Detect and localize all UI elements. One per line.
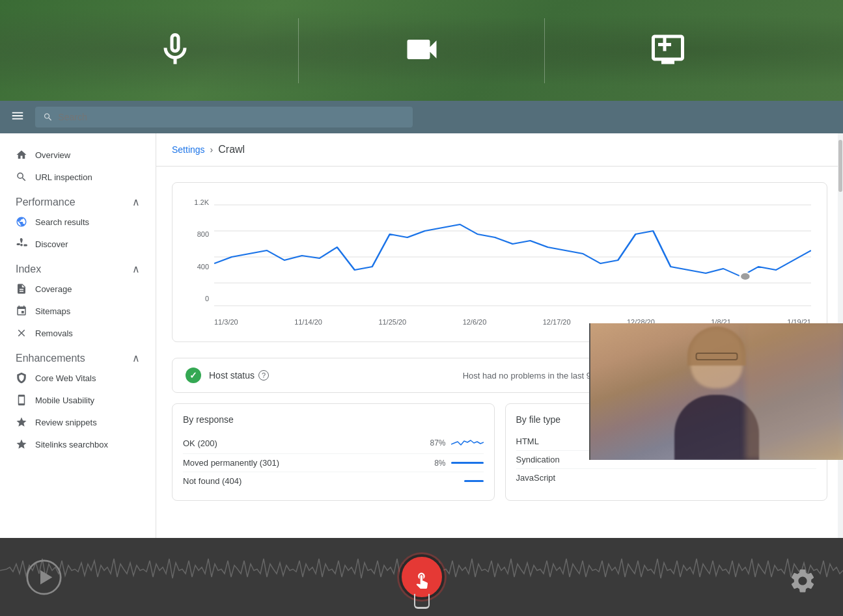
camera-icon — [402, 30, 441, 72]
screen-section[interactable] — [545, 30, 791, 72]
panel-row-javascript: JavaScript — [516, 469, 817, 487]
sparkline-ok — [451, 436, 484, 449]
breadcrumb-current: Crawl — [218, 144, 245, 155]
sidebar-label-overview: Overview — [35, 150, 70, 160]
host-status-help[interactable]: ? — [258, 370, 269, 381]
chart-area — [214, 198, 811, 315]
section-enhancements: Enhancements ∧ — [0, 344, 156, 367]
top-toolbar — [0, 0, 843, 101]
sidebar-item-discover[interactable]: Discover — [0, 233, 156, 255]
bar-404 — [464, 480, 484, 482]
camera-section[interactable] — [299, 30, 545, 72]
app-logo — [26, 559, 62, 598]
sidebar-item-sitelinks-searchbox[interactable]: Sitelinks searchbox — [0, 433, 156, 455]
sidebar-item-overview[interactable]: Overview — [0, 144, 156, 166]
breadcrumb-parent[interactable]: Settings — [172, 144, 205, 155]
host-status-label: Host status ? — [209, 370, 269, 381]
status-check-icon — [186, 368, 201, 383]
mic-icon — [156, 30, 195, 72]
panel-row-ok: OK (200) 87% — [183, 433, 484, 454]
sidebar-item-url-inspection[interactable]: URL inspection — [0, 166, 156, 188]
sidebar-label-removals: Removals — [35, 328, 73, 338]
sidebar-label-sitemaps: Sitemaps — [35, 306, 70, 316]
screen-add-icon — [648, 30, 687, 72]
mic-section[interactable] — [52, 30, 298, 72]
sidebar-item-search-results[interactable]: Search results — [0, 211, 156, 233]
record-button[interactable] — [399, 554, 445, 600]
nav-bar — [0, 101, 843, 133]
section-performance: Performance ∧ — [0, 188, 156, 211]
search-bar[interactable] — [35, 107, 413, 127]
svg-point-5 — [740, 273, 751, 280]
sidebar-item-removals[interactable]: Removals — [0, 322, 156, 344]
sidebar-label-url-inspection: URL inspection — [35, 172, 92, 182]
sidebar-label-coverage: Coverage — [35, 284, 72, 294]
section-index: Index ∧ — [0, 255, 156, 278]
crawl-chart: 1.2K 800 400 0 — [172, 182, 827, 342]
search-input[interactable] — [58, 112, 405, 122]
by-response-title: By response — [183, 414, 484, 425]
video-stream — [590, 323, 843, 460]
sidebar-label-sitelinks-searchbox: Sitelinks searchbox — [35, 440, 108, 449]
panel-row-404: Not found (404) — [183, 472, 484, 490]
play-logo-icon — [26, 559, 62, 598]
video-overlay — [589, 323, 843, 460]
panel-row-301: Moved permanently (301) 8% — [183, 454, 484, 472]
svg-marker-7 — [40, 570, 52, 585]
bar-301 — [451, 462, 484, 464]
sidebar-label-mobile-usability: Mobile Usability — [35, 395, 94, 405]
settings-gear[interactable] — [788, 567, 817, 598]
content-panel: Settings › Crawl 1.2K 800 400 0 — [156, 133, 843, 538]
chart-y-labels: 1.2K 800 400 0 — [188, 198, 214, 302]
sidebar-item-review-snippets[interactable]: Review snippets — [0, 411, 156, 433]
sidebar-item-mobile-usability[interactable]: Mobile Usability — [0, 389, 156, 411]
sidebar: Overview URL inspection Performance ∧ Se… — [0, 133, 156, 538]
sidebar-item-sitemaps[interactable]: Sitemaps — [0, 300, 156, 322]
sidebar-label-search-results: Search results — [35, 217, 89, 227]
bottom-bar — [0, 538, 843, 616]
by-response-panel: By response OK (200) 87% Moved permanent… — [172, 403, 495, 501]
sidebar-label-review-snippets: Review snippets — [35, 418, 97, 427]
sidebar-label-discover: Discover — [35, 239, 68, 249]
hamburger-menu[interactable] — [10, 109, 25, 126]
breadcrumb-chevron: › — [210, 144, 214, 155]
breadcrumb: Settings › Crawl — [156, 133, 843, 167]
scrollbar-thumb — [838, 140, 842, 192]
sidebar-label-core-web-vitals: Core Web Vitals — [35, 373, 96, 383]
sidebar-item-core-web-vitals[interactable]: Core Web Vitals — [0, 367, 156, 389]
sidebar-item-coverage[interactable]: Coverage — [0, 278, 156, 300]
